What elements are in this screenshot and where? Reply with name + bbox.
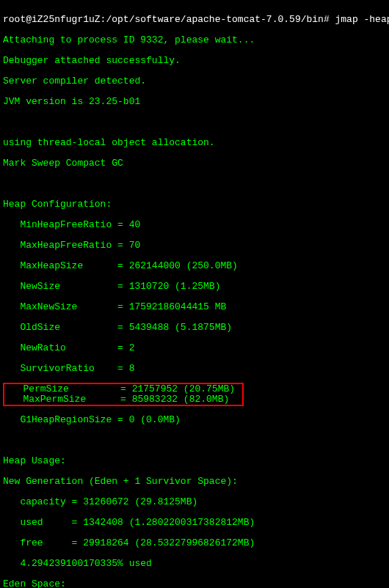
attach-line: Attaching to process ID 9332, please wai… xyxy=(3,35,386,45)
ng-used: used = 1342408 (1.2802200317382812MB) xyxy=(3,518,386,528)
hc-maxfree: MaxHeapFreeRatio = 70 xyxy=(3,240,386,251)
hc-newratio: NewRatio = 2 xyxy=(3,343,386,353)
prompt-path: /opt/software/apache-tomcat-7.0.59/bin# xyxy=(106,14,329,25)
blank xyxy=(3,179,386,189)
debugger-line: Debugger attached successfully. xyxy=(3,56,386,66)
alloc-line: using thread-local object allocation. xyxy=(3,138,386,148)
hc-g1: G1HeapRegionSize = 0 (0.0MB) xyxy=(3,415,386,425)
gc-line: Mark Sweep Compact GC xyxy=(3,158,386,169)
heap-usage-head: Heap Usage: xyxy=(3,456,386,466)
hc-maxnew: MaxNewSize = 17592186044415 MB xyxy=(3,302,386,312)
hc-maxperm: MaxPermSize = 85983232 (82.0MB) xyxy=(6,394,229,405)
ng-free: free = 29918264 (28.53227996826172MB) xyxy=(3,538,386,548)
terminal-output: root@iZ25nfugr1uZ:/opt/software/apache-t… xyxy=(0,0,389,588)
server-line: Server compiler detected. xyxy=(3,76,386,87)
permsize-highlight: PermSize = 21757952 (20.75MB) MaxPermSiz… xyxy=(3,383,244,406)
ng-pct: 4.294239100170335% used xyxy=(3,559,386,569)
prompt-user-host: root@iZ25nfugr1uZ: xyxy=(3,14,106,25)
command-line[interactable]: root@iZ25nfugr1uZ:/opt/software/apache-t… xyxy=(3,15,386,25)
blank xyxy=(3,117,386,128)
eden-head: Eden Space: xyxy=(3,579,386,588)
hc-permsize-row: PermSize = 21757952 (20.75MB) MaxPermSiz… xyxy=(3,384,386,405)
hc-oldsize: OldSize = 5439488 (5.1875MB) xyxy=(3,323,386,333)
heap-config-head: Heap Configuration: xyxy=(3,199,386,210)
ng-cap: capacity = 31260672 (29.8125MB) xyxy=(3,497,386,507)
prompt-cmd: jmap -heap 9332 xyxy=(335,14,390,25)
hc-newsize: NewSize = 1310720 (1.25MB) xyxy=(3,282,386,292)
hc-maxheap: MaxHeapSize = 262144000 (250.0MB) xyxy=(3,261,386,271)
jvm-line: JVM version is 23.25-b01 xyxy=(3,97,386,107)
hc-survratio: SurvivorRatio = 8 xyxy=(3,364,386,374)
blank xyxy=(3,436,386,446)
hc-minfree: MinHeapFreeRatio = 40 xyxy=(3,220,386,230)
hc-perm: PermSize = 21757952 (20.75MB) xyxy=(6,383,235,394)
ng-head: New Generation (Eden + 1 Survivor Space)… xyxy=(3,477,386,487)
